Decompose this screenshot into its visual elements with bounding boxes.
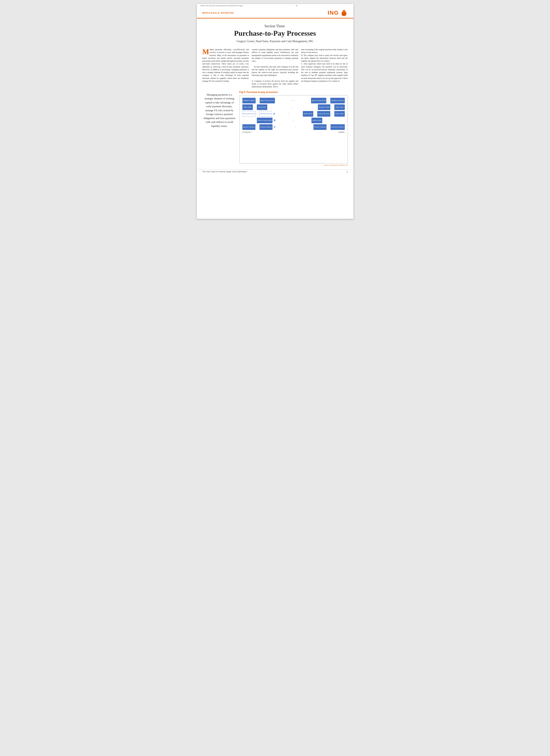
col-1: Making payments efficiently, cost-effect… [202, 48, 249, 88]
diagram-source: Source: Asymmetric Solutions Ltd [239, 164, 348, 166]
badge-a: A [273, 112, 275, 115]
header: WHOLESALE BANKING ING [197, 7, 353, 18]
footer-left: TMI | ING Guide to Financial Supply Chai… [202, 171, 247, 173]
diagram: Establish Supplier → Agree Pricing / ter… [239, 95, 348, 163]
box-send-order: Send Order [257, 104, 267, 110]
pullquote: Managing payments is a strategic element… [202, 91, 237, 166]
col3-point-b: B. The company may wish to query the inv… [301, 54, 348, 62]
ing-text: ING [328, 10, 339, 16]
arrow-r3: → [257, 113, 259, 115]
svg-point-3 [343, 11, 344, 11]
col2-text: currency payment obligations and time pa… [252, 49, 298, 62]
svg-point-4 [344, 11, 345, 11]
col2-point-a: A. Company A receives the invoice from t… [252, 80, 298, 88]
arrow-r1: → [257, 99, 259, 102]
col2-text-2: As fig 6 illustrates, this time with Com… [252, 66, 298, 76]
section-label: Section Three: [209, 24, 341, 28]
diag-row-5: Approve Payment → Process Payment C → Re… [242, 124, 345, 130]
print-crosshair: ⊕ [296, 5, 297, 7]
box-distribution: Distri- bution [334, 111, 345, 117]
lower-section: Managing payments is a strategic element… [197, 88, 353, 168]
box-receipt-of-order: Receipt of Order [318, 104, 330, 110]
diag-row-3: Reconcile Invoice → Receive Invoice A ← … [242, 111, 345, 117]
box-order-entry: Order Entry [334, 104, 345, 110]
diag-row-4: → Invoice/ Goods Query B → Chase Invoice [242, 118, 345, 123]
badge-c: C [274, 125, 276, 128]
arrow-r4b: → [277, 119, 310, 121]
badge-b: B [274, 119, 276, 122]
arrow-r2b: → [268, 106, 317, 108]
footer: TMI | ING Guide to Financial Supply Chai… [197, 169, 353, 174]
footer-page: 1 [347, 171, 348, 173]
box-chase-invoice: Chase Invoice [311, 118, 322, 123]
box-order-fulfilment: Order Fulfi- lment [317, 111, 330, 117]
arrow-r5c: → [328, 126, 330, 128]
body-content: Making payments efficiently, cost-effect… [197, 48, 353, 88]
box-receive-invoice: Receive Invoice [260, 111, 272, 117]
arrow-r5: → [256, 126, 258, 128]
arrow-r2c: → [331, 106, 333, 108]
col-2: currency payment obligations and time pa… [252, 48, 298, 88]
box-establish-customer: Establish Customer [330, 98, 345, 103]
arrow-r5b: → [277, 126, 312, 128]
svg-point-5 [344, 11, 344, 12]
col3-point-c: C. Once approved, which may need to be d… [301, 63, 348, 82]
box-agree-pricing-left: Agree Pricing / terms [260, 98, 275, 103]
box-reconcile-invoice: Reconcile Invoice [242, 111, 256, 117]
wholesale-banking-label: WHOLESALE BANKING [202, 12, 234, 14]
arrow-r3c: ← [314, 113, 316, 115]
col3-text: time-consuming if the original purchase … [301, 49, 348, 53]
supplier-label: Supplier [338, 131, 345, 133]
box-receive-payment: Receive Payment [313, 124, 327, 130]
arrow-r3b: ← [277, 113, 302, 115]
diag-row-1: Establish Supplier → Agree Pricing / ter… [242, 98, 345, 103]
drop-cap: M [202, 49, 209, 55]
print-info-left: TMI170 ING info plat 3:Info plat.qxt 01/… [200, 5, 244, 7]
diag-row-2: Raise Order → Send Order → Receipt of Or… [242, 104, 345, 110]
box-establish-supplier: Establish Supplier [242, 98, 256, 103]
box-send-invoice: Send Invoice [303, 111, 313, 117]
diagram-labels: Company A Supplier [242, 131, 345, 133]
box-agree-pricing-right: Agree Pricing / terms [311, 98, 326, 103]
box-raise-order: Raise Order [242, 104, 253, 110]
col1-text: aking payments efficiently, cost-effecti… [202, 49, 249, 82]
company-a-label: Company A [242, 131, 252, 133]
col-3: time-consuming if the original purchase … [301, 48, 348, 88]
page: TMI170 ING info plat 3:Info plat.qxt 01/… [197, 4, 353, 219]
box-approve-payment: Approve Payment [242, 124, 256, 130]
arrow-r1b: ←→ [276, 99, 310, 102]
author-line: Gregory Cronie, Head Sales, Payments and… [209, 40, 341, 43]
box-reconcile-payment: Reconcile Payment [331, 124, 345, 130]
ing-lion-icon [340, 9, 348, 17]
box-process-payment: Process Payment [259, 124, 272, 130]
arrow-r3d: ← [331, 113, 333, 115]
arrow-r2: → [254, 106, 256, 108]
print-info: TMI170 ING info plat 3:Info plat.qxt 01/… [197, 4, 353, 7]
box-invoice-goods-query: Invoice/ Goods Query [257, 118, 273, 123]
main-title: Purchase-to-Pay Processes [209, 29, 341, 38]
ing-logo: ING [328, 9, 348, 17]
figure-col: Fig 6: Purchase-to-pay processes Establi… [239, 91, 348, 166]
section-title-area: Section Three: Purchase-to-Pay Processes… [197, 18, 353, 48]
arrow-r1c: → [327, 99, 329, 102]
figure-title: Fig 6: Purchase-to-pay processes [239, 91, 348, 94]
